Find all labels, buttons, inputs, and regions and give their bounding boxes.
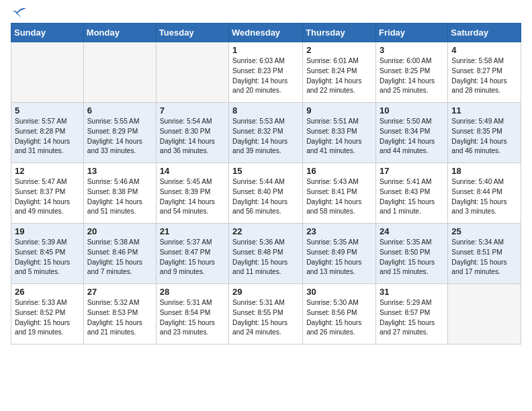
calendar-cell-23: 23Sunrise: 5:35 AMSunset: 8:49 PMDayligh… — [303, 224, 376, 284]
calendar-cell-12: 12Sunrise: 5:47 AMSunset: 8:37 PMDayligh… — [11, 163, 84, 224]
weekday-header-thursday: Thursday — [303, 24, 376, 42]
calendar-cell-22: 22Sunrise: 5:36 AMSunset: 8:48 PMDayligh… — [229, 224, 303, 284]
cell-info: Sunrise: 5:38 AMSunset: 8:46 PMDaylight:… — [87, 238, 152, 277]
weekday-header-tuesday: Tuesday — [156, 24, 228, 42]
calendar-cell-7: 7Sunrise: 5:54 AMSunset: 8:30 PMDaylight… — [156, 103, 228, 163]
cell-day-number: 15 — [232, 166, 299, 176]
cell-info: Sunrise: 5:43 AMSunset: 8:41 PMDaylight:… — [306, 177, 372, 217]
cell-day-number: 24 — [380, 226, 444, 236]
cell-day-number: 14 — [160, 166, 225, 176]
calendar-cell-16: 16Sunrise: 5:43 AMSunset: 8:41 PMDayligh… — [303, 163, 376, 224]
calendar-cell-30: 30Sunrise: 5:30 AMSunset: 8:56 PMDayligh… — [303, 284, 376, 345]
cell-info: Sunrise: 5:33 AMSunset: 8:52 PMDaylight:… — [15, 298, 80, 338]
cell-day-number: 26 — [15, 287, 80, 297]
cell-day-number: 23 — [306, 226, 372, 236]
cell-day-number: 21 — [160, 226, 225, 236]
cell-info: Sunrise: 5:35 AMSunset: 8:50 PMDaylight:… — [380, 238, 444, 277]
cell-day-number: 1 — [232, 45, 299, 55]
cell-day-number: 6 — [87, 105, 152, 116]
calendar-cell-4: 4Sunrise: 5:58 AMSunset: 8:27 PMDaylight… — [448, 42, 521, 103]
cell-info: Sunrise: 5:32 AMSunset: 8:53 PMDaylight:… — [87, 298, 152, 338]
cell-info: Sunrise: 5:36 AMSunset: 8:48 PMDaylight:… — [232, 238, 299, 277]
calendar-cell-empty — [11, 42, 84, 103]
cell-info: Sunrise: 5:31 AMSunset: 8:54 PMDaylight:… — [160, 298, 225, 338]
cell-day-number: 17 — [380, 166, 444, 176]
cell-info: Sunrise: 5:44 AMSunset: 8:40 PMDaylight:… — [232, 177, 299, 217]
cell-info: Sunrise: 5:37 AMSunset: 8:47 PMDaylight:… — [160, 238, 225, 277]
cell-info: Sunrise: 5:51 AMSunset: 8:33 PMDaylight:… — [306, 117, 372, 156]
calendar-cell-8: 8Sunrise: 5:53 AMSunset: 8:32 PMDaylight… — [229, 103, 303, 163]
cell-info: Sunrise: 5:49 AMSunset: 8:35 PMDaylight:… — [451, 117, 517, 156]
calendar-cell-15: 15Sunrise: 5:44 AMSunset: 8:40 PMDayligh… — [229, 163, 303, 224]
cell-day-number: 22 — [232, 226, 299, 236]
calendar-cell-1: 1Sunrise: 6:03 AMSunset: 8:23 PMDaylight… — [229, 42, 303, 103]
cell-info: Sunrise: 5:50 AMSunset: 8:34 PMDaylight:… — [380, 117, 444, 156]
cell-day-number: 4 — [451, 45, 517, 55]
cell-info: Sunrise: 5:57 AMSunset: 8:28 PMDaylight:… — [15, 117, 80, 156]
calendar-cell-2: 2Sunrise: 6:01 AMSunset: 8:24 PMDaylight… — [303, 42, 376, 103]
logo-bird-icon — [12, 7, 27, 19]
logo — [11, 7, 27, 19]
week-row-5: 26Sunrise: 5:33 AMSunset: 8:52 PMDayligh… — [11, 284, 521, 345]
cell-info: Sunrise: 6:01 AMSunset: 8:24 PMDaylight:… — [306, 56, 372, 96]
cell-day-number: 31 — [380, 287, 444, 297]
cell-day-number: 28 — [160, 287, 225, 297]
cell-info: Sunrise: 5:34 AMSunset: 8:51 PMDaylight:… — [451, 238, 517, 277]
week-row-3: 12Sunrise: 5:47 AMSunset: 8:37 PMDayligh… — [11, 163, 521, 224]
calendar-cell-5: 5Sunrise: 5:57 AMSunset: 8:28 PMDaylight… — [11, 103, 84, 163]
cell-day-number: 11 — [451, 105, 517, 116]
calendar-cell-20: 20Sunrise: 5:38 AMSunset: 8:46 PMDayligh… — [83, 224, 156, 284]
page: SundayMondayTuesdayWednesdayThursdayFrid… — [0, 0, 532, 355]
calendar-cell-3: 3Sunrise: 6:00 AMSunset: 8:25 PMDaylight… — [376, 42, 448, 103]
cell-day-number: 8 — [232, 105, 299, 116]
cell-day-number: 2 — [306, 45, 372, 55]
cell-day-number: 3 — [380, 45, 444, 55]
cell-day-number: 10 — [380, 105, 444, 116]
calendar-cell-25: 25Sunrise: 5:34 AMSunset: 8:51 PMDayligh… — [448, 224, 521, 284]
cell-day-number: 18 — [451, 166, 517, 176]
cell-info: Sunrise: 5:46 AMSunset: 8:38 PMDaylight:… — [87, 177, 152, 217]
weekday-header-friday: Friday — [376, 24, 448, 42]
cell-day-number: 27 — [87, 287, 152, 297]
cell-info: Sunrise: 5:39 AMSunset: 8:45 PMDaylight:… — [15, 238, 80, 277]
calendar-cell-14: 14Sunrise: 5:45 AMSunset: 8:39 PMDayligh… — [156, 163, 228, 224]
calendar-cell-29: 29Sunrise: 5:31 AMSunset: 8:55 PMDayligh… — [229, 284, 303, 345]
calendar-cell-31: 31Sunrise: 5:29 AMSunset: 8:57 PMDayligh… — [376, 284, 448, 345]
calendar-cell-26: 26Sunrise: 5:33 AMSunset: 8:52 PMDayligh… — [11, 284, 84, 345]
week-row-1: 1Sunrise: 6:03 AMSunset: 8:23 PMDaylight… — [11, 42, 521, 103]
cell-day-number: 20 — [87, 226, 152, 236]
cell-info: Sunrise: 5:58 AMSunset: 8:27 PMDaylight:… — [451, 56, 517, 96]
cell-info: Sunrise: 5:41 AMSunset: 8:43 PMDaylight:… — [380, 177, 444, 217]
cell-info: Sunrise: 5:35 AMSunset: 8:49 PMDaylight:… — [306, 238, 372, 277]
cell-day-number: 25 — [451, 226, 517, 236]
calendar-cell-empty — [83, 42, 156, 103]
cell-day-number: 29 — [232, 287, 299, 297]
calendar-cell-18: 18Sunrise: 5:40 AMSunset: 8:44 PMDayligh… — [448, 163, 521, 224]
cell-info: Sunrise: 5:45 AMSunset: 8:39 PMDaylight:… — [160, 177, 225, 217]
calendar-cell-19: 19Sunrise: 5:39 AMSunset: 8:45 PMDayligh… — [11, 224, 84, 284]
weekday-header-monday: Monday — [83, 24, 156, 42]
cell-info: Sunrise: 5:29 AMSunset: 8:57 PMDaylight:… — [380, 298, 444, 338]
calendar-cell-empty — [156, 42, 228, 103]
cell-info: Sunrise: 5:54 AMSunset: 8:30 PMDaylight:… — [160, 117, 225, 156]
cell-info: Sunrise: 5:47 AMSunset: 8:37 PMDaylight:… — [15, 177, 80, 217]
calendar-cell-9: 9Sunrise: 5:51 AMSunset: 8:33 PMDaylight… — [303, 103, 376, 163]
week-row-4: 19Sunrise: 5:39 AMSunset: 8:45 PMDayligh… — [11, 224, 521, 284]
cell-info: Sunrise: 5:31 AMSunset: 8:55 PMDaylight:… — [232, 298, 299, 338]
calendar-cell-21: 21Sunrise: 5:37 AMSunset: 8:47 PMDayligh… — [156, 224, 228, 284]
weekday-header-saturday: Saturday — [448, 24, 521, 42]
header — [11, 7, 521, 19]
cell-day-number: 7 — [160, 105, 225, 116]
cell-day-number: 9 — [306, 105, 372, 116]
calendar-cell-28: 28Sunrise: 5:31 AMSunset: 8:54 PMDayligh… — [156, 284, 228, 345]
calendar-cell-13: 13Sunrise: 5:46 AMSunset: 8:38 PMDayligh… — [83, 163, 156, 224]
calendar-cell-17: 17Sunrise: 5:41 AMSunset: 8:43 PMDayligh… — [376, 163, 448, 224]
cell-day-number: 30 — [306, 287, 372, 297]
calendar-cell-empty — [448, 284, 521, 345]
calendar-cell-6: 6Sunrise: 5:55 AMSunset: 8:29 PMDaylight… — [83, 103, 156, 163]
cell-day-number: 13 — [87, 166, 152, 176]
calendar-cell-10: 10Sunrise: 5:50 AMSunset: 8:34 PMDayligh… — [376, 103, 448, 163]
calendar-cell-24: 24Sunrise: 5:35 AMSunset: 8:50 PMDayligh… — [376, 224, 448, 284]
weekday-header-wednesday: Wednesday — [229, 24, 303, 42]
cell-day-number: 12 — [15, 166, 80, 176]
